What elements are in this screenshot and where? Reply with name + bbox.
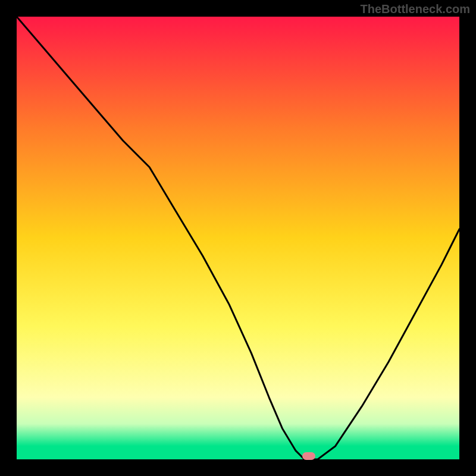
svg-rect-0 (17, 17, 459, 459)
sweet-spot-marker (302, 452, 315, 460)
chart-stage: TheBottleneck.com (0, 0, 476, 476)
bottleneck-curve (17, 17, 459, 459)
watermark-text: TheBottleneck.com (361, 2, 470, 16)
plot-area (17, 17, 459, 459)
gradient-background (17, 17, 459, 459)
